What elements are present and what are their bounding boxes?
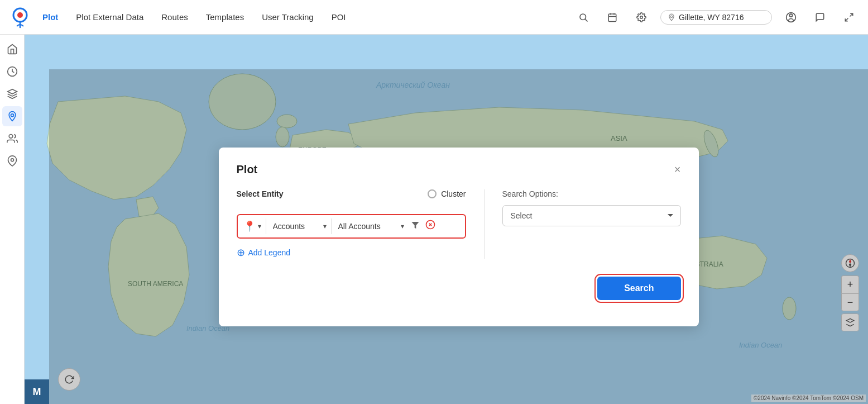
user-circle-button[interactable] — [781, 7, 801, 27]
sub-entity-dropdown-wrap: All Accounts My Accounts Recent Accounts… — [336, 222, 404, 231]
entity-type-select[interactable]: Accounts Contacts Leads Opportunities — [271, 222, 322, 231]
nav-user-tracking[interactable]: User Tracking — [262, 12, 314, 22]
sidebar-item-history[interactable] — [2, 61, 22, 82]
location-text: Gillette, WY 82716 — [679, 13, 744, 22]
sub-entity-chevron-icon: ▾ — [401, 222, 404, 230]
svg-point-18 — [11, 159, 13, 161]
add-legend-plus-icon: ⊕ — [237, 246, 245, 259]
expand-button[interactable] — [839, 7, 859, 27]
top-navigation: Plot Plot External Data Routes Templates… — [0, 0, 868, 35]
nav-plot-external[interactable]: Plot External Data — [76, 12, 143, 22]
modal-close-button[interactable]: × — [674, 164, 681, 175]
location-bar[interactable]: Gillette, WY 82716 — [660, 10, 772, 25]
svg-line-12 — [850, 13, 853, 16]
calendar-button[interactable] — [602, 7, 622, 27]
entity-type-dropdown-wrap: Accounts Contacts Leads Opportunities ▾ — [271, 222, 327, 231]
sub-entity-select[interactable]: All Accounts My Accounts Recent Accounts — [336, 222, 400, 231]
cluster-radio[interactable] — [428, 189, 437, 198]
sidebar-item-pin[interactable] — [2, 106, 22, 126]
chat-button[interactable] — [810, 7, 830, 27]
nav-right-controls: Gillette, WY 82716 — [573, 7, 859, 27]
nav-poi[interactable]: POI — [332, 12, 346, 22]
svg-point-8 — [640, 16, 643, 18]
modal-title: Plot — [237, 163, 258, 176]
entity-selector-row: 📍 ▾ Accounts Contacts Leads Opportunitie — [237, 214, 466, 239]
nav-plot[interactable]: Plot — [42, 12, 58, 22]
modal-footer: Search — [237, 277, 681, 300]
svg-marker-15 — [7, 89, 17, 94]
modal-header: Plot × — [237, 163, 681, 176]
filter-icon[interactable] — [411, 221, 420, 232]
search-options-dropdown-wrap: Select Option 1 Option 2 — [502, 205, 681, 226]
sidebar-item-marker[interactable] — [2, 151, 22, 171]
pin-type-dropdown[interactable]: 📍 ▾ — [243, 220, 261, 232]
cluster-row: Cluster — [428, 189, 466, 198]
svg-line-3 — [585, 19, 587, 21]
modal-right-section: Search Options: Select Option 1 Option 2 — [502, 189, 681, 259]
modal-left-section: Select Entity Cluster 📍 ▾ — [237, 189, 485, 259]
cluster-label: Cluster — [441, 189, 466, 198]
svg-line-13 — [845, 18, 848, 21]
left-sidebar — [0, 35, 25, 404]
settings-button[interactable] — [631, 7, 651, 27]
svg-rect-4 — [608, 14, 616, 22]
search-button[interactable] — [573, 7, 593, 27]
search-options-select[interactable]: Select Option 1 Option 2 — [502, 205, 681, 226]
sidebar-item-layers[interactable] — [2, 84, 22, 104]
clear-filter-icon[interactable] — [425, 220, 435, 232]
svg-point-1 — [17, 12, 23, 18]
map-area[interactable]: Арктический Океан EUROPE ASIA AFRICA SOU… — [25, 35, 868, 404]
pin-chevron-icon: ▾ — [258, 222, 261, 230]
pin-icon: 📍 — [243, 220, 256, 232]
app-logo[interactable] — [9, 6, 31, 28]
entity-divider — [266, 218, 266, 234]
entity-chevron-icon: ▾ — [323, 222, 327, 230]
svg-point-9 — [670, 16, 673, 18]
search-options-label: Search Options: — [502, 189, 681, 198]
search-button[interactable]: Search — [597, 277, 680, 300]
sidebar-item-home[interactable] — [2, 39, 22, 59]
modal-body: Select Entity Cluster 📍 ▾ — [237, 189, 681, 259]
nav-routes[interactable]: Routes — [161, 12, 188, 22]
add-legend-label: Add Legend — [248, 248, 291, 257]
nav-templates[interactable]: Templates — [206, 12, 244, 22]
sidebar-item-user[interactable] — [2, 129, 22, 149]
entity-sub-divider — [331, 218, 332, 234]
svg-point-17 — [9, 135, 13, 139]
svg-point-16 — [11, 114, 13, 117]
m-badge: M — [25, 379, 49, 404]
svg-point-11 — [790, 14, 793, 17]
modal-overlay: Plot × Select Entity Cluster — [49, 69, 868, 404]
svg-marker-41 — [411, 222, 419, 229]
plot-modal: Plot × Select Entity Cluster — [219, 148, 699, 326]
svg-point-2 — [580, 14, 586, 20]
add-legend-button[interactable]: ⊕ Add Legend — [237, 246, 466, 259]
nav-links: Plot Plot External Data Routes Templates… — [42, 12, 573, 22]
select-entity-label: Select Entity — [237, 189, 284, 198]
